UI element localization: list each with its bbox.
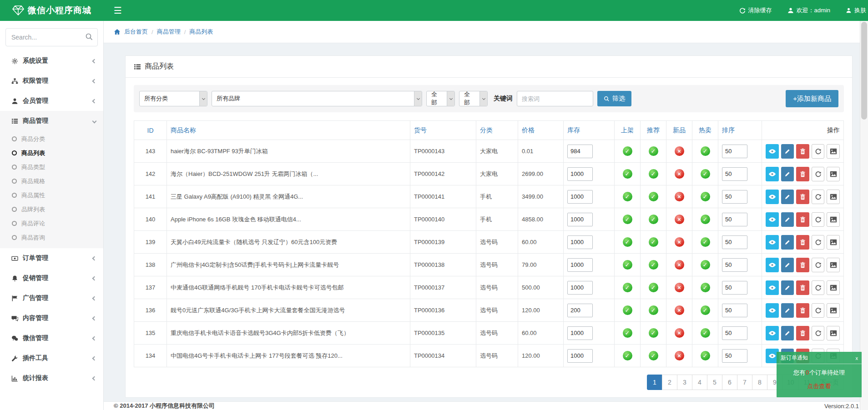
- welcome-admin[interactable]: 欢迎：admin: [787, 6, 830, 15]
- image-button[interactable]: [827, 303, 840, 318]
- image-button[interactable]: [827, 167, 840, 181]
- stock-input[interactable]: [567, 213, 593, 226]
- view-button[interactable]: [766, 235, 779, 250]
- add-goods-button[interactable]: +添加新商品: [786, 90, 838, 107]
- delete-button[interactable]: [796, 190, 809, 204]
- view-button[interactable]: [766, 258, 779, 272]
- edit-button[interactable]: [781, 167, 794, 181]
- refresh-button[interactable]: [812, 280, 825, 295]
- sidebar-subitem-商品分类[interactable]: 商品分类: [0, 132, 103, 146]
- sidebar-subitem-商品评论[interactable]: 商品评论: [0, 216, 103, 230]
- sidebar-item-权限管理[interactable]: 权限管理: [0, 71, 103, 91]
- new-disabled-icon[interactable]: ×: [675, 328, 684, 338]
- stock-input[interactable]: [567, 235, 593, 249]
- hot-enabled-icon[interactable]: ✓: [701, 192, 710, 201]
- sidebar-item-插件工具[interactable]: 插件工具: [0, 348, 103, 368]
- new-disabled-icon[interactable]: ×: [675, 169, 684, 179]
- image-button[interactable]: [827, 326, 840, 340]
- hot-enabled-icon[interactable]: ✓: [701, 146, 710, 156]
- brand-select[interactable]: 所有品牌: [212, 91, 422, 106]
- recommend-enabled-icon[interactable]: ✓: [649, 169, 658, 179]
- image-button[interactable]: [827, 280, 840, 295]
- hot-enabled-icon[interactable]: ✓: [701, 283, 710, 292]
- hot-enabled-icon[interactable]: ✓: [701, 169, 710, 179]
- scrollbar-thumb[interactable]: [861, 22, 867, 120]
- on-sale-enabled-icon[interactable]: ✓: [623, 260, 632, 270]
- sidebar-item-系统设置[interactable]: 系统设置: [0, 51, 103, 71]
- recommend-enabled-icon[interactable]: ✓: [649, 305, 658, 315]
- hot-enabled-icon[interactable]: ✓: [701, 237, 710, 247]
- hot-enabled-icon[interactable]: ✓: [701, 215, 710, 224]
- on-sale-enabled-icon[interactable]: ✓: [623, 283, 632, 292]
- sidebar-item-微信管理[interactable]: 微信管理: [0, 328, 103, 348]
- stock-input[interactable]: [567, 145, 593, 158]
- breadcrumb-goods-list[interactable]: 商品列表: [189, 28, 213, 36]
- sidebar-item-统计报表[interactable]: 统计报表: [0, 368, 103, 388]
- new-disabled-icon[interactable]: ×: [675, 146, 684, 156]
- recommend-enabled-icon[interactable]: ✓: [649, 237, 658, 247]
- edit-button[interactable]: [781, 144, 794, 159]
- on-sale-enabled-icon[interactable]: ✓: [623, 192, 632, 201]
- recommend-enabled-icon[interactable]: ✓: [649, 283, 658, 292]
- refresh-button[interactable]: [812, 144, 825, 159]
- view-button[interactable]: [766, 212, 779, 227]
- stock-input[interactable]: [567, 281, 593, 295]
- image-button[interactable]: [827, 190, 840, 204]
- new-disabled-icon[interactable]: ×: [675, 215, 684, 224]
- sidebar-subitem-商品列表[interactable]: 商品列表: [0, 146, 103, 160]
- sort-input[interactable]: [722, 145, 747, 158]
- sidebar-subitem-商品属性[interactable]: 商品属性: [0, 188, 103, 202]
- sidebar-item-促销管理[interactable]: 促销管理: [0, 268, 103, 288]
- sort-input[interactable]: [722, 326, 747, 340]
- view-button[interactable]: [766, 144, 779, 159]
- page-button-4[interactable]: 4: [692, 375, 707, 390]
- recommend-enabled-icon[interactable]: ✓: [649, 328, 658, 338]
- sidebar-item-商品管理[interactable]: 商品管理: [0, 111, 103, 131]
- stock-input[interactable]: [567, 190, 593, 204]
- stock-input[interactable]: [567, 349, 593, 363]
- breadcrumb-home[interactable]: 后台首页: [124, 28, 148, 36]
- sort-input[interactable]: [722, 349, 747, 363]
- sidebar-subitem-商品类型[interactable]: 商品类型: [0, 160, 103, 174]
- on-sale-enabled-icon[interactable]: ✓: [623, 169, 632, 179]
- edit-button[interactable]: [781, 235, 794, 250]
- stock-input[interactable]: [567, 326, 593, 340]
- refresh-button[interactable]: [812, 258, 825, 272]
- new-disabled-icon[interactable]: ×: [675, 192, 684, 201]
- delete-button[interactable]: [796, 280, 809, 295]
- delete-button[interactable]: [796, 212, 809, 227]
- hot-enabled-icon[interactable]: ✓: [701, 351, 710, 360]
- search-input[interactable]: [5, 28, 98, 46]
- refresh-button[interactable]: [812, 235, 825, 250]
- image-button[interactable]: [827, 212, 840, 227]
- sidebar-item-广告管理[interactable]: 广告管理: [0, 288, 103, 308]
- sort-input[interactable]: [722, 167, 747, 181]
- on-sale-enabled-icon[interactable]: ✓: [623, 215, 632, 224]
- on-sale-enabled-icon[interactable]: ✓: [623, 351, 632, 360]
- sort-input[interactable]: [722, 235, 747, 249]
- sort-input[interactable]: [722, 281, 747, 295]
- new-disabled-icon[interactable]: ×: [675, 260, 684, 270]
- new-disabled-icon[interactable]: ×: [675, 237, 684, 247]
- recommend-enabled-icon[interactable]: ✓: [649, 192, 658, 201]
- edit-button[interactable]: [781, 280, 794, 295]
- edit-button[interactable]: [781, 190, 794, 204]
- delete-button[interactable]: [796, 235, 809, 250]
- recommend-enabled-icon[interactable]: ✓: [649, 146, 658, 156]
- sidebar-item-内容管理[interactable]: 内容管理: [0, 308, 103, 328]
- hamburger-menu-icon[interactable]: ☰: [114, 0, 122, 21]
- brand[interactable]: 微信小程序商城: [0, 0, 104, 21]
- sort-input[interactable]: [722, 304, 747, 317]
- delete-button[interactable]: [796, 326, 809, 340]
- new-disabled-icon[interactable]: ×: [675, 351, 684, 360]
- search-icon[interactable]: [85, 33, 93, 41]
- status-select-2[interactable]: 全部: [459, 91, 488, 106]
- image-button[interactable]: [827, 258, 840, 272]
- hot-enabled-icon[interactable]: ✓: [701, 305, 710, 315]
- edit-button[interactable]: [781, 258, 794, 272]
- view-button[interactable]: [766, 326, 779, 340]
- new-disabled-icon[interactable]: ×: [675, 283, 684, 292]
- view-button[interactable]: [766, 190, 779, 204]
- on-sale-enabled-icon[interactable]: ✓: [623, 146, 632, 156]
- page-button-7[interactable]: 7: [737, 375, 752, 390]
